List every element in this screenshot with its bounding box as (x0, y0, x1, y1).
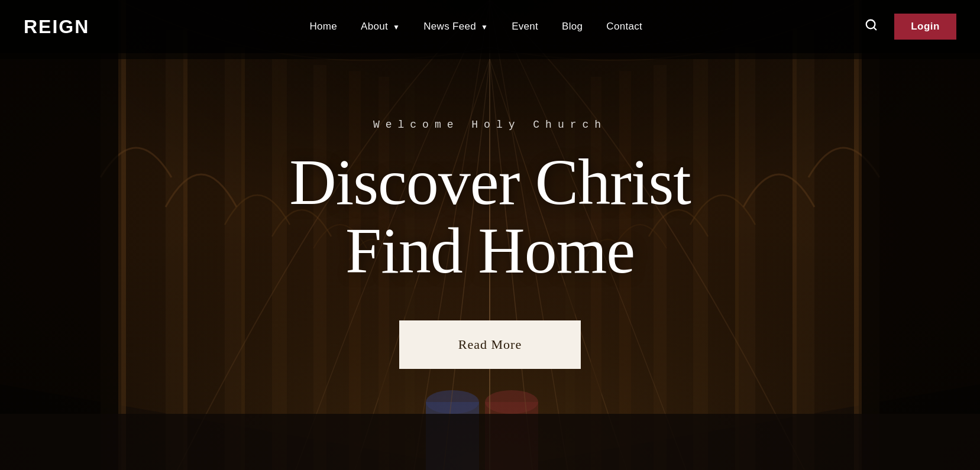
nav-item-event[interactable]: Event (512, 21, 538, 33)
nav-item-about[interactable]: About ▼ (361, 21, 400, 33)
about-dropdown-icon: ▼ (393, 23, 400, 31)
login-button[interactable]: Login (894, 14, 956, 40)
nav-link-about[interactable]: About ▼ (361, 21, 400, 32)
read-more-button[interactable]: Read More (399, 320, 581, 369)
nav-link-newsfeed[interactable]: News Feed ▼ (423, 21, 488, 32)
hero-title-line1: Discover Christ (289, 146, 691, 218)
nav-item-newsfeed[interactable]: News Feed ▼ (423, 21, 488, 33)
welcome-text: Welcome Holy Church (373, 119, 607, 131)
search-icon (865, 18, 878, 31)
svg-rect-35 (0, 0, 118, 470)
nav-links: Home About ▼ News Feed ▼ Event Blog Cont… (310, 21, 643, 33)
navigation: REIGN Home About ▼ News Feed ▼ Event Blo… (0, 0, 980, 53)
nav-link-contact[interactable]: Contact (606, 21, 642, 32)
svg-line-1 (874, 27, 876, 30)
logo: REIGN (24, 16, 89, 38)
hero-content: Welcome Holy Church Discover Christ Find… (289, 119, 691, 369)
hero-title-line2: Find Home (345, 215, 635, 287)
nav-right: Login (862, 14, 956, 40)
hero-section: Welcome Holy Church Discover Christ Find… (0, 0, 980, 470)
newsfeed-dropdown-icon: ▼ (481, 23, 488, 31)
svg-rect-38 (0, 414, 980, 470)
nav-item-contact[interactable]: Contact (606, 21, 642, 33)
nav-link-blog[interactable]: Blog (562, 21, 583, 32)
svg-rect-36 (862, 0, 980, 470)
nav-link-event[interactable]: Event (512, 21, 538, 32)
hero-title: Discover Christ Find Home (289, 148, 691, 285)
nav-item-home[interactable]: Home (310, 21, 338, 33)
nav-item-blog[interactable]: Blog (562, 21, 583, 33)
logo-text: REIGN (24, 16, 89, 37)
search-button[interactable] (862, 16, 880, 37)
nav-link-home[interactable]: Home (310, 21, 338, 32)
